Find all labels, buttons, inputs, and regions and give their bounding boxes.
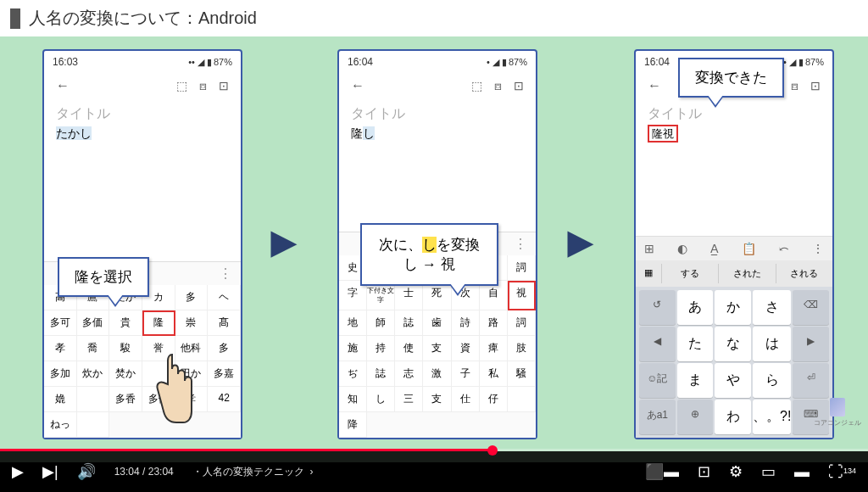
keyboard-key[interactable]: ↺ <box>639 290 676 325</box>
subtitles-button[interactable]: ⊡ <box>698 462 710 481</box>
progress-scrubber[interactable] <box>487 445 498 456</box>
conversion-candidate[interactable]: 痺 <box>480 336 508 361</box>
conversion-candidate[interactable]: 貴 <box>109 310 142 336</box>
keyboard-key[interactable]: さ <box>753 290 791 325</box>
pin-icon[interactable]: ⬚ <box>176 79 187 93</box>
conversion-candidate[interactable]: ヘ <box>208 285 241 310</box>
theater-button[interactable]: ▬ <box>794 463 810 481</box>
conversion-candidate[interactable]: 嫓 <box>44 387 77 412</box>
pin-icon[interactable]: ⬚ <box>471 79 482 93</box>
suggestion-item[interactable]: する <box>661 264 718 283</box>
conversion-candidate[interactable]: 誌 <box>395 310 423 336</box>
font-icon[interactable]: A̲ <box>710 242 719 255</box>
fullscreen-button[interactable]: ⛶134 <box>828 463 856 481</box>
conversion-candidate[interactable]: 路 <box>480 310 508 336</box>
conversion-candidate[interactable]: 騒 <box>508 361 536 387</box>
conversion-candidate[interactable]: 多加 <box>44 361 77 387</box>
conversion-candidate[interactable]: 使 <box>395 336 423 361</box>
conversion-candidate[interactable]: 炊か <box>77 361 110 387</box>
conversion-candidate[interactable]: 視 <box>508 281 536 310</box>
conversion-candidate[interactable]: 三 <box>395 387 423 412</box>
progress-bar[interactable] <box>0 449 868 451</box>
conversion-candidate[interactable]: 誉 <box>142 336 175 361</box>
archive-icon[interactable]: ⊡ <box>514 79 524 93</box>
conversion-candidate[interactable]: 駿 <box>109 336 142 361</box>
conversion-candidate[interactable]: 子 <box>452 361 480 387</box>
play-button[interactable]: ▶ <box>12 462 24 481</box>
conversion-candidate[interactable]: 焚か <box>109 361 142 387</box>
conversion-candidate[interactable]: 志 <box>395 361 423 387</box>
keyboard-key[interactable]: わ <box>715 400 751 434</box>
next-button[interactable]: ▶| <box>42 462 58 481</box>
conversion-candidate[interactable]: 詞 <box>508 255 536 281</box>
conversion-candidate[interactable]: 地 <box>339 310 367 336</box>
conversion-candidate[interactable] <box>142 361 175 387</box>
settings-icon[interactable]: ⚙ <box>729 462 743 481</box>
conversion-candidate[interactable]: 支 <box>423 387 451 412</box>
conversion-candidate[interactable]: 支 <box>423 336 451 361</box>
keyboard-key[interactable]: ま <box>677 363 714 398</box>
bell-icon[interactable]: ⧈ <box>494 79 502 93</box>
conversion-candidate[interactable]: 施 <box>339 336 367 361</box>
conversion-candidate[interactable]: 仕 <box>452 387 480 412</box>
conversion-candidate[interactable]: 喬 <box>77 336 110 361</box>
back-icon[interactable]: ← <box>648 78 661 93</box>
suggestion-item[interactable]: された <box>718 264 775 283</box>
back-icon[interactable]: ← <box>351 78 364 93</box>
keyboard-key[interactable]: ら <box>753 363 791 398</box>
conversion-candidate[interactable]: 歯 <box>423 310 451 336</box>
keyboard-key[interactable]: ⊕ <box>677 400 714 434</box>
conversion-candidate[interactable]: 孝 <box>44 336 77 361</box>
undo-icon[interactable]: ⤺ <box>779 242 789 255</box>
more-icon[interactable]: ⋮ <box>812 242 824 255</box>
keyboard-key[interactable]: た <box>677 327 714 361</box>
conversion-candidate[interactable]: ねっ <box>44 412 77 438</box>
keyboard-key[interactable]: か <box>715 290 751 325</box>
conversion-candidate[interactable]: 知 <box>339 387 367 412</box>
bell-icon[interactable]: ⧈ <box>791 79 798 93</box>
conversion-candidate[interactable]: 激 <box>423 361 451 387</box>
volume-button[interactable]: 🔊 <box>77 462 96 481</box>
conversion-candidate[interactable]: 多伽 <box>142 387 175 412</box>
chapter-title[interactable]: ・人名の変換テクニック › <box>192 465 314 479</box>
conversion-candidate[interactable]: 仔 <box>480 387 508 412</box>
conversion-candidate[interactable]: し <box>367 387 395 412</box>
conversion-candidate[interactable]: 資 <box>452 336 480 361</box>
conversion-candidate[interactable]: 崇 <box>175 310 209 336</box>
conversion-candidate[interactable]: 田か <box>175 361 209 387</box>
keyboard-key[interactable]: ◀ <box>639 327 676 361</box>
conversion-candidate[interactable]: 師 <box>367 310 395 336</box>
bell-icon[interactable]: ⧈ <box>199 79 207 93</box>
conversion-candidate[interactable]: 降 <box>339 412 367 438</box>
conversion-candidate[interactable]: ぢ <box>339 361 367 387</box>
miniplayer-button[interactable]: ▭ <box>761 462 776 481</box>
archive-icon[interactable]: ⊡ <box>219 79 229 93</box>
conversion-candidate[interactable]: 私 <box>480 361 508 387</box>
conversion-candidate[interactable]: 42 <box>208 387 241 412</box>
back-icon[interactable]: ← <box>56 78 70 93</box>
keyboard-key[interactable]: は <box>753 327 791 361</box>
add-icon[interactable]: ⊞ <box>644 242 654 255</box>
conversion-candidate[interactable]: 多 <box>208 336 241 361</box>
conversion-candidate[interactable] <box>77 387 110 412</box>
conversion-candidate[interactable]: 孝 <box>175 387 209 412</box>
conversion-candidate[interactable]: 詩 <box>452 310 480 336</box>
keyboard-key[interactable]: 、。?! <box>753 400 791 434</box>
palette-icon[interactable]: ◐ <box>677 242 687 255</box>
grid-icon[interactable]: ▦ <box>636 264 661 283</box>
suggestion-item[interactable]: される <box>776 264 832 283</box>
conversion-candidate[interactable]: 多嘉 <box>208 361 241 387</box>
keyboard-key[interactable]: ▶ <box>793 327 829 361</box>
conversion-candidate[interactable]: 隆 <box>142 310 175 336</box>
conversion-candidate[interactable]: 髙 <box>208 310 241 336</box>
keyboard-key[interactable]: ⌫ <box>793 290 829 325</box>
keyboard-key[interactable]: ☺記 <box>639 363 676 398</box>
keyboard-key[interactable]: あ <box>677 290 714 325</box>
conversion-candidate[interactable]: 多価 <box>77 310 110 336</box>
keyboard-key[interactable]: ⏎ <box>793 363 829 398</box>
clipboard-icon[interactable]: 📋 <box>742 242 756 255</box>
conversion-candidate[interactable]: 詞 <box>508 310 536 336</box>
conversion-candidate[interactable]: 多香 <box>109 387 142 412</box>
autoplay-toggle[interactable]: ⬛▬ <box>645 462 679 481</box>
conversion-candidate[interactable]: 他科 <box>175 336 209 361</box>
